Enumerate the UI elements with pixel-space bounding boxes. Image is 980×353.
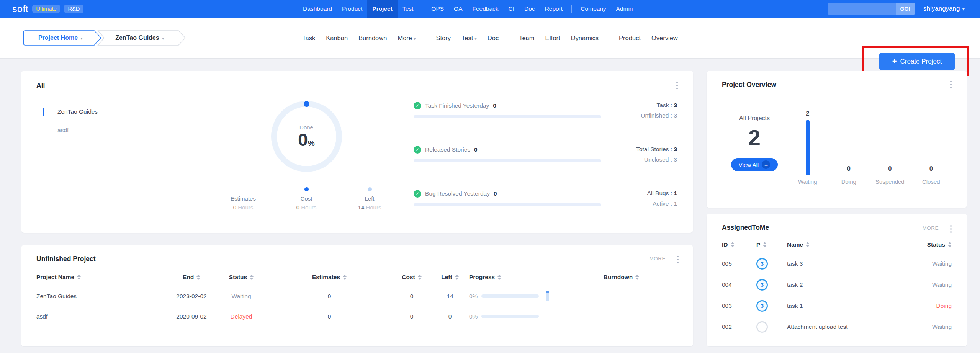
bar-value-label: 0 <box>847 165 851 172</box>
username: shiyangyang <box>923 5 960 13</box>
column-header[interactable]: P <box>756 241 787 248</box>
table-row[interactable]: 005 3 task 3 Waiting <box>722 253 952 274</box>
priority-badge: 3 <box>756 300 768 312</box>
topnav-item[interactable]: Feedback <box>468 0 504 18</box>
module-menu-item[interactable]: Team <box>514 34 540 42</box>
progress-donut-section: Done 0% Estimates 0 Hours <box>199 98 414 224</box>
all-projects-label: All Projects <box>722 115 787 122</box>
edition-badge: Ultimate <box>32 5 60 13</box>
plus-icon <box>892 57 897 66</box>
check-circle-icon <box>414 190 421 198</box>
legend-dot-icon <box>368 187 372 191</box>
project-list-item[interactable]: asdf <box>36 121 199 139</box>
column-header[interactable]: Status <box>216 274 266 281</box>
kebab-menu-icon[interactable] <box>675 80 679 91</box>
chevron-down-icon <box>962 5 965 13</box>
cell-left: 0 <box>431 313 469 320</box>
create-project-button[interactable]: Create Project <box>879 53 955 70</box>
project-list-item[interactable]: ZenTao Guides <box>36 103 199 121</box>
module-menu-item[interactable]: Task <box>297 34 321 42</box>
panel-title: All <box>36 82 678 90</box>
progress-bar <box>481 315 539 318</box>
kebab-menu-icon[interactable] <box>949 79 953 90</box>
legend-item: Left 14 Hours <box>341 187 398 211</box>
column-header[interactable]: Cost <box>393 274 431 281</box>
column-header[interactable]: End <box>167 274 216 281</box>
donut-chart: Done 0% <box>271 101 342 172</box>
column-header[interactable]: Burndown <box>565 274 678 281</box>
column-header[interactable]: Progress <box>469 274 565 281</box>
topnav-item[interactable]: Admin <box>611 0 638 18</box>
user-menu[interactable]: shiyangyang <box>923 5 965 13</box>
sort-icon <box>418 275 422 280</box>
topnav-item[interactable]: Dashboard <box>298 0 337 18</box>
kebab-menu-icon[interactable] <box>949 224 953 234</box>
panel-title: AssignedToMe <box>722 224 952 232</box>
column-header[interactable]: Name <box>787 241 913 248</box>
module-menu-item[interactable]: Dynamics <box>566 34 604 42</box>
column-header[interactable]: Estimates <box>266 274 393 281</box>
cell-task-name[interactable]: Attachment upload test <box>787 324 913 330</box>
mode-badge: R&D <box>64 5 83 13</box>
stat-value: 0 <box>494 190 497 197</box>
module-menu-item[interactable]: Story <box>431 34 456 42</box>
kebab-menu-icon[interactable] <box>676 254 680 265</box>
cell-estimates: 0 <box>266 293 393 300</box>
column-header[interactable]: Left <box>431 274 469 281</box>
module-menu-item[interactable]: Burndown <box>353 34 392 42</box>
sort-icon <box>948 242 952 247</box>
topnav-item[interactable]: CI <box>504 0 520 18</box>
cell-task-name[interactable]: task 1 <box>787 302 913 309</box>
topnav-item[interactable]: Doc <box>519 0 540 18</box>
table-row[interactable]: 002 Attachment upload test Waiting <box>722 316 952 337</box>
module-menu-item <box>426 33 426 42</box>
topnav-item[interactable]: OA <box>449 0 467 18</box>
module-menu-item[interactable]: Effort <box>540 34 566 42</box>
topnav-item <box>571 5 572 13</box>
bar-column: 0 <box>869 165 911 175</box>
sort-icon <box>731 242 735 247</box>
module-menu-item[interactable]: Overview <box>646 34 683 42</box>
topnav-item[interactable]: Report <box>540 0 568 18</box>
topnav-item[interactable]: Product <box>337 0 367 18</box>
topnav-item[interactable]: Project <box>367 0 398 18</box>
bar-chart-plot: 2 0 0 <box>787 109 952 175</box>
breadcrumb-project-home[interactable]: Project Home <box>23 30 102 46</box>
cell-task-name[interactable]: task 3 <box>787 260 913 267</box>
breadcrumb-current-project[interactable]: ZenTao Guides <box>97 30 186 46</box>
bar-column: 2 <box>787 110 828 175</box>
column-header[interactable]: Project Name <box>36 274 167 281</box>
category-label: Waiting <box>787 178 828 185</box>
module-menu-item[interactable]: Product <box>614 34 646 42</box>
status-badge: Delayed <box>231 313 252 320</box>
column-header[interactable]: Status <box>913 241 952 248</box>
table-row[interactable]: asdf 2020-09-02 Delayed 0 0 0 0% <box>36 306 678 327</box>
module-menu-item[interactable]: More <box>392 34 421 42</box>
more-link[interactable]: MORE <box>650 256 666 261</box>
cell-task-id: 002 <box>722 324 756 330</box>
stat-progress-track <box>414 203 601 206</box>
topnav-item[interactable]: Company <box>576 0 611 18</box>
cell-project-name[interactable]: ZenTao Guides <box>36 293 167 300</box>
priority-badge: 3 <box>756 279 768 291</box>
search-input[interactable] <box>828 3 896 15</box>
table-row[interactable]: 003 3 task 1 Doing <box>722 295 952 316</box>
table-row[interactable]: ZenTao Guides 2023-02-02 Waiting 0 0 14 … <box>36 286 678 306</box>
topnav-right: GO! shiyangyang <box>828 3 965 15</box>
cell-task-name[interactable]: task 2 <box>787 281 913 288</box>
module-menu-item[interactable]: Doc <box>482 34 504 42</box>
stat-right-label: All Bugs : <box>647 190 672 196</box>
topnav-item[interactable]: OPS <box>426 0 449 18</box>
module-menu-item[interactable]: Kanban <box>321 34 353 42</box>
stat-value: 0 <box>493 102 496 109</box>
table-row[interactable]: 004 3 task 2 Waiting <box>722 274 952 295</box>
legend-item: Estimates 0 Hours <box>214 187 272 211</box>
column-header[interactable]: ID <box>722 241 756 248</box>
cell-project-name[interactable]: asdf <box>36 313 167 320</box>
topnav-item[interactable]: Test <box>398 0 418 18</box>
view-all-button[interactable]: View All <box>731 158 778 171</box>
module-menu-item[interactable]: Test <box>456 34 482 42</box>
more-link[interactable]: MORE <box>923 225 939 231</box>
sort-icon <box>77 275 81 280</box>
search-go-button[interactable]: GO! <box>896 3 915 15</box>
